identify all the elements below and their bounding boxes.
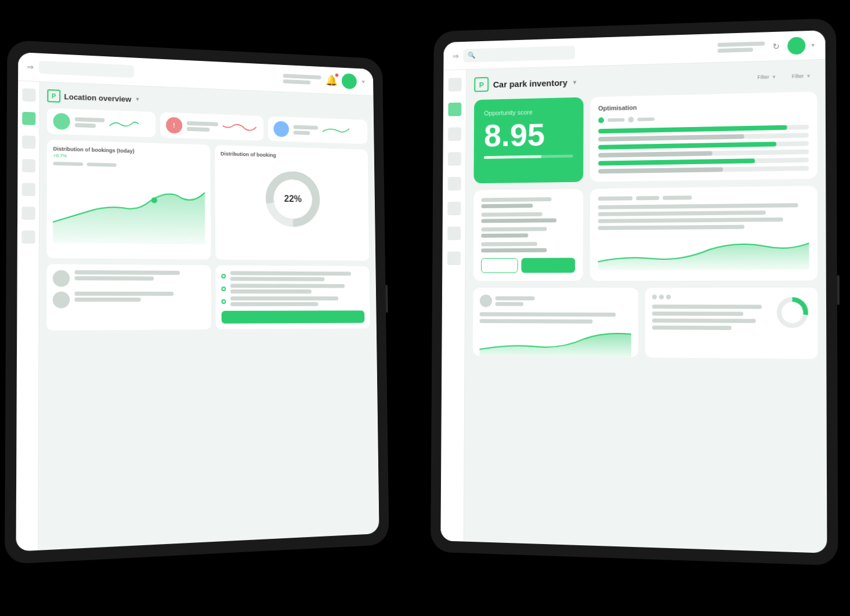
confirm-button[interactable] xyxy=(521,258,575,273)
expand-icon[interactable]: ⇒ xyxy=(453,51,459,60)
right-header-right: ↻ ▼ xyxy=(718,36,816,56)
filter-dropdown-icon[interactable]: ▼ xyxy=(772,74,776,79)
refresh-icon[interactable]: ↻ xyxy=(770,39,783,53)
mini-line xyxy=(480,319,593,324)
bottom-list xyxy=(221,271,364,306)
filter-dropdown-icon-2[interactable]: ▼ xyxy=(806,73,811,78)
right-title-filters: Filter ▼ Filter ▼ xyxy=(751,68,817,84)
notification-area: 🔔 xyxy=(325,74,338,87)
sidebar-item-messages[interactable] xyxy=(21,230,35,244)
list-item xyxy=(222,296,364,306)
sidebar-icon-car[interactable] xyxy=(447,202,461,216)
cancel-button[interactable] xyxy=(481,258,518,273)
user-avatar-right[interactable] xyxy=(787,37,805,55)
sidebar-item-chart[interactable] xyxy=(21,135,35,148)
opt-bar-row-4 xyxy=(598,150,809,158)
opportunity-progress-bar xyxy=(484,155,573,160)
opt-bar-row-3 xyxy=(598,141,809,150)
sidebar-icon-bar[interactable] xyxy=(447,152,461,166)
avatar-circle-1 xyxy=(53,270,70,287)
filter-label-1: Filter xyxy=(757,74,769,81)
content-line xyxy=(598,211,766,216)
list-line xyxy=(230,284,345,288)
left-sidebar xyxy=(16,81,40,551)
bottom-left-lines xyxy=(75,270,205,287)
filter-pill-2[interactable]: Filter ▼ xyxy=(786,68,817,84)
right-detail-line xyxy=(598,196,632,201)
sidebar-icon-globe[interactable] xyxy=(447,177,461,191)
collapse-icon[interactable]: ⇒ xyxy=(27,62,34,72)
mini-line xyxy=(652,325,731,330)
mini-dot xyxy=(666,295,671,299)
right-title-left: P Car park inventory ▼ xyxy=(474,75,577,92)
right-main-content: P Car park inventory ▼ Filter ▼ Filter xyxy=(464,60,827,553)
opportunity-card: Opportunity score 8.95 xyxy=(473,97,583,184)
p-logo-right: P xyxy=(474,77,489,92)
sidebar-icon-dashboard[interactable] xyxy=(448,78,461,92)
mini-dot xyxy=(659,295,664,299)
title-dropdown-icon[interactable]: ▼ xyxy=(135,96,140,102)
sidebar-item-globe[interactable] xyxy=(22,112,35,125)
main-cards-row: Opportunity score 8.95 Optimisation xyxy=(473,92,817,183)
opt-bar-fill xyxy=(598,142,776,150)
sidebar-item-dashboard[interactable] xyxy=(22,88,35,102)
right-detail-line xyxy=(636,196,659,200)
mini-line xyxy=(652,318,756,323)
mini-line xyxy=(652,305,762,309)
mini-line xyxy=(495,296,535,300)
opt-bar-row-1 xyxy=(598,125,809,133)
notification-badge xyxy=(335,73,339,78)
search-bar-right[interactable]: 🔍 xyxy=(464,45,576,62)
charts-row: Distribution of bookings (today) +6.7% xyxy=(47,140,370,261)
stat-line xyxy=(187,126,209,131)
right-sidebar xyxy=(440,70,466,541)
sidebar-icon-palette[interactable] xyxy=(448,103,461,117)
left-main-content: P Location overview ▼ xyxy=(38,82,379,550)
donut-chart-card: Distribution of booking 22% xyxy=(215,145,369,261)
opt-bar-bg xyxy=(598,158,809,166)
mini-line xyxy=(652,311,743,316)
user-avatar[interactable] xyxy=(342,73,357,89)
dropdown-arrow-icon[interactable]: ▼ xyxy=(361,79,366,85)
optimisation-title: Optimisation xyxy=(598,100,809,111)
detail-value xyxy=(482,204,533,208)
sidebar-item-analytics[interactable] xyxy=(21,159,35,172)
search-bar[interactable] xyxy=(39,61,134,78)
right-page-title: Car park inventory xyxy=(493,77,567,89)
opportunity-score: 8.95 xyxy=(484,119,545,152)
avatar-dropdown-icon[interactable]: ▼ xyxy=(811,42,816,48)
opt-bar-fill xyxy=(598,158,755,165)
sidebar-icon-pie[interactable] xyxy=(448,127,461,141)
detail-value xyxy=(481,248,547,252)
right-header-left: ⇒ 🔍 xyxy=(453,45,576,63)
mini-card-2-inner xyxy=(652,295,811,333)
filter-pill-1[interactable]: Filter ▼ xyxy=(751,70,782,85)
sidebar-icon-sliders[interactable] xyxy=(447,227,461,241)
opt-bar-bg xyxy=(598,166,809,173)
stat-avatar-alerts: ! xyxy=(166,117,182,134)
title-dropdown-icon-right[interactable]: ▼ xyxy=(572,79,578,85)
info-line xyxy=(75,292,173,296)
left-tablet: ⇒ 🔔 ▼ xyxy=(5,40,389,564)
list-dot xyxy=(221,274,226,278)
submit-button[interactable] xyxy=(222,310,365,324)
legend-item xyxy=(53,162,83,166)
bottom-card-right xyxy=(215,265,370,329)
sidebar-icon-message[interactable] xyxy=(447,252,460,266)
mini-dots-row xyxy=(652,295,775,299)
content-line xyxy=(598,218,783,223)
detail-right-content xyxy=(598,203,809,230)
bottom-row xyxy=(46,264,370,330)
stat-line xyxy=(294,125,318,129)
sidebar-item-settings[interactable] xyxy=(21,183,35,196)
detail-label xyxy=(481,242,537,246)
sidebar-item-filters[interactable] xyxy=(21,206,35,220)
detail-label xyxy=(482,197,552,202)
indicator-line xyxy=(607,118,625,122)
stat-text-location xyxy=(294,125,319,135)
camera-notch-left xyxy=(385,285,388,313)
bottom-left-row-2 xyxy=(53,292,205,309)
right-tablet: ⇒ 🔍 ↻ ▼ xyxy=(431,18,838,566)
header-line xyxy=(283,74,321,79)
list-item-lines xyxy=(230,271,364,281)
